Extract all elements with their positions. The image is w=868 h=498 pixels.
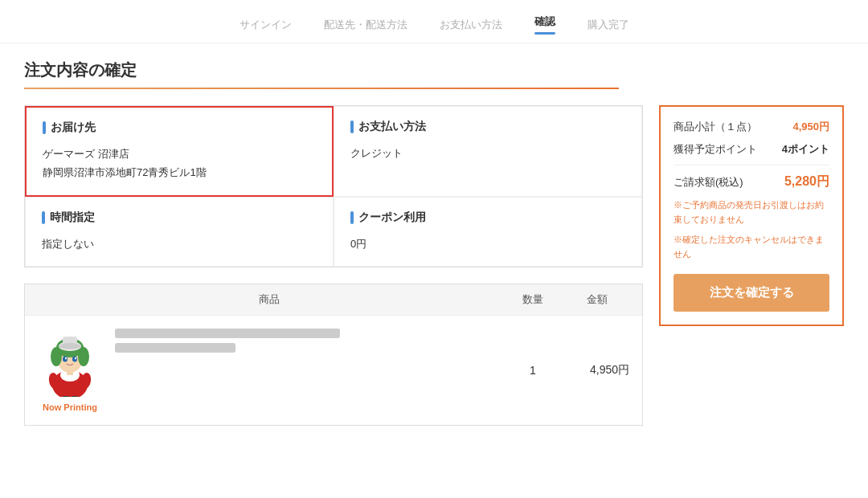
delivery-content: ゲーマーズ 沼津店 静岡県沼津市添地町72青秀ビル1階 (43, 145, 316, 182)
points-row: 獲得予定ポイント 4ポイント (674, 142, 829, 157)
table-header: 商品 数量 金額 (25, 284, 642, 315)
coupon-title: クーポン利用 (350, 210, 625, 225)
main-layout: お届け先 ゲーマーズ 沼津店 静岡県沼津市添地町72青秀ビル1階 お支払い方法 … (24, 105, 844, 426)
breadcrumb-payment: お支払い方法 (440, 18, 502, 32)
info-grid: お届け先 ゲーマーズ 沼津店 静岡県沼津市添地町72青秀ビル1階 お支払い方法 … (24, 105, 643, 267)
breadcrumb-complete: 購入完了 (588, 18, 629, 32)
page-title: 注文内容の確定 (24, 59, 844, 81)
total-label: ご請求額(税込) (674, 175, 743, 190)
delivery-line1: ゲーマーズ 沼津店 (43, 145, 316, 163)
time-title: 時間指定 (42, 210, 317, 225)
left-content: お届け先 ゲーマーズ 沼津店 静岡県沼津市添地町72青秀ビル1階 お支払い方法 … (24, 105, 643, 426)
summary-divider (674, 165, 829, 165)
product-name-line2 (115, 343, 235, 353)
summary-note2: ※確定した注文のキャンセルはできません (674, 233, 829, 261)
now-printing-label: Now Printing (38, 402, 102, 412)
product-image-container: Now Printing (38, 329, 102, 412)
payment-title: お支払い方法 (350, 120, 625, 134)
delivery-cell: お届け先 ゲーマーズ 沼津店 静岡県沼津市添地町72青秀ビル1階 (25, 106, 334, 197)
points-value: 4ポイント (782, 142, 829, 157)
payment-cell: お支払い方法 クレジット (334, 106, 642, 197)
col-product-header: 商品 (38, 292, 501, 307)
svg-point-9 (59, 343, 81, 349)
svg-point-13 (75, 357, 76, 360)
points-label: 獲得予定ポイント (674, 142, 757, 157)
subtotal-row: 商品小計（１点） 4,950円 (674, 120, 829, 134)
svg-point-11 (72, 357, 77, 362)
product-info: Now Printing (38, 329, 501, 412)
page-container: 注文内容の確定 お届け先 ゲーマーズ 沼津店 静岡県沼津市添地町72青秀ビル1階… (8, 43, 860, 442)
svg-point-10 (63, 357, 68, 362)
svg-rect-17 (72, 396, 78, 397)
delivery-line2: 静岡県沼津市添地町72青秀ビル1階 (43, 163, 316, 182)
coupon-cell: クーポン利用 0円 (334, 197, 642, 267)
col-qty-header: 数量 (501, 292, 565, 307)
col-price-header: 金額 (565, 292, 629, 307)
product-image (40, 329, 100, 397)
delivery-title: お届け先 (43, 120, 316, 135)
time-content: 指定しない (42, 235, 317, 253)
title-divider (24, 88, 619, 89)
subtotal-label: 商品小計（１点） (674, 120, 757, 134)
total-value: 5,280円 (784, 173, 829, 190)
payment-content: クレジット (350, 144, 625, 162)
svg-rect-16 (63, 396, 69, 397)
summary-note1: ※ご予約商品の発売日お引渡しはお約束しておりません (674, 198, 829, 227)
breadcrumb-signin: サインイン (240, 18, 292, 32)
order-summary-sidebar: 商品小計（１点） 4,950円 獲得予定ポイント 4ポイント ご請求額(税込) … (659, 105, 844, 326)
coupon-content: 0円 (350, 235, 625, 253)
product-name-line1 (115, 329, 340, 338)
product-table: 商品 数量 金額 (24, 284, 643, 426)
breadcrumb-delivery: 配送先・配送方法 (324, 18, 407, 32)
confirm-order-button[interactable]: 注文を確定する (674, 274, 829, 312)
product-price: 4,950円 (565, 363, 629, 378)
total-row: ご請求額(税込) 5,280円 (674, 173, 829, 190)
product-qty: 1 (501, 364, 565, 377)
subtotal-value: 4,950円 (792, 120, 829, 134)
svg-point-5 (51, 347, 62, 366)
svg-point-6 (78, 347, 89, 366)
product-details (115, 329, 501, 353)
time-cell: 時間指定 指定しない (25, 197, 334, 267)
breadcrumb-nav: サインイン 配送先・配送方法 お支払い方法 確認 購入完了 (0, 0, 868, 43)
table-row: Now Printing 1 4,950円 (25, 315, 642, 425)
svg-point-12 (65, 357, 67, 360)
breadcrumb-confirm: 確認 (534, 14, 555, 35)
